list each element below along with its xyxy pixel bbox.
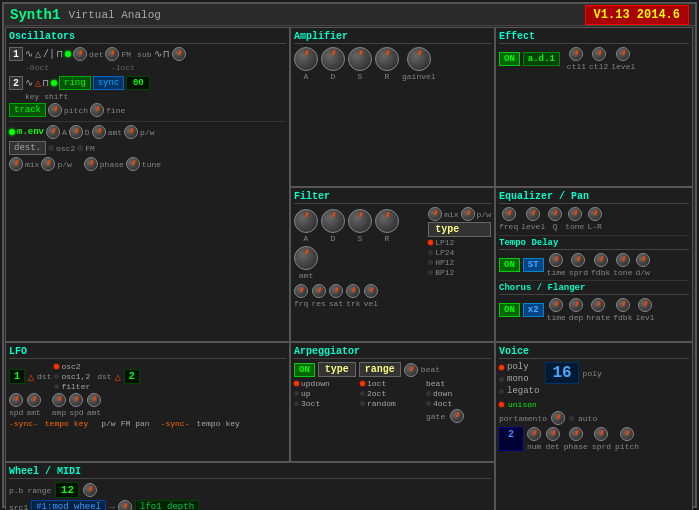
voice-phase-knob[interactable] bbox=[569, 427, 583, 441]
menv-amt-knob[interactable] bbox=[92, 125, 106, 139]
phase-knob[interactable] bbox=[84, 157, 98, 171]
filter-hp12-item[interactable]: HP12 bbox=[428, 258, 491, 267]
arp-random-opt[interactable]: random bbox=[360, 399, 425, 408]
voice-sprd-knob[interactable] bbox=[594, 427, 608, 441]
chorus-on-btn[interactable]: ON bbox=[499, 303, 520, 317]
tempo-sprd-knob[interactable] bbox=[571, 253, 585, 267]
arp-1oct-opt[interactable]: 1oct bbox=[360, 379, 425, 388]
patch-dst1[interactable]: lfo1 depth bbox=[135, 500, 199, 510]
menv-d-knob[interactable] bbox=[69, 125, 83, 139]
menv-pw-knob[interactable] bbox=[124, 125, 138, 139]
filter-mix-knob[interactable] bbox=[428, 207, 442, 221]
osc-track-btn[interactable]: track bbox=[9, 103, 46, 117]
osc2-wave-sine-icon[interactable]: ∿ bbox=[25, 77, 33, 89]
eq-freq-knob[interactable] bbox=[502, 207, 516, 221]
filter-bp12-item[interactable]: BP12 bbox=[428, 268, 491, 277]
amp-d-knob[interactable] bbox=[321, 47, 345, 71]
voice-poly-item[interactable]: poly bbox=[499, 362, 539, 372]
filter-a-knob[interactable] bbox=[294, 209, 318, 233]
osc-fine-knob[interactable] bbox=[90, 103, 104, 117]
filter-type-btn[interactable]: type bbox=[428, 222, 491, 237]
filter-lp12-item[interactable]: LP12 bbox=[428, 238, 491, 247]
osc1-wave-tri-icon[interactable]: △ bbox=[35, 48, 41, 60]
menv-a-knob[interactable] bbox=[46, 125, 60, 139]
eq-lr-knob[interactable] bbox=[588, 207, 602, 221]
arp-on-btn[interactable]: ON bbox=[294, 363, 315, 377]
filter-s-knob[interactable] bbox=[348, 209, 372, 233]
chorus-hrate-knob[interactable] bbox=[591, 298, 605, 312]
filter-frq-knob[interactable] bbox=[294, 284, 308, 298]
tempo-time-knob[interactable] bbox=[549, 253, 563, 267]
tune-knob[interactable] bbox=[126, 157, 140, 171]
osc2-wave-tri-icon[interactable]: △ bbox=[35, 77, 41, 89]
effect-ctl1-knob[interactable] bbox=[569, 47, 583, 61]
arp-4oct-opt[interactable]: 4oct bbox=[426, 399, 491, 408]
arp-updown-opt[interactable]: updown bbox=[294, 379, 359, 388]
filter-res-knob[interactable] bbox=[312, 284, 326, 298]
osc2-sync-btn[interactable]: sync bbox=[93, 76, 125, 90]
voice-det-knob[interactable] bbox=[546, 427, 560, 441]
osc1-det-knob[interactable] bbox=[73, 47, 87, 61]
arp-beat-opt[interactable]: beat bbox=[426, 379, 491, 388]
voice-num-knob[interactable] bbox=[527, 427, 541, 441]
osc1-sub-wave-icon[interactable]: ∿ bbox=[154, 48, 162, 60]
lfo1-dst-osc2[interactable]: osc2 bbox=[54, 362, 90, 371]
lfo1-dst-osc12[interactable]: osc1,2 bbox=[54, 372, 90, 381]
tempo-st-btn[interactable]: ST bbox=[523, 258, 544, 272]
filter-sat-knob[interactable] bbox=[329, 284, 343, 298]
tempo-fdbk-knob[interactable] bbox=[594, 253, 608, 267]
arp-up-opt[interactable]: up bbox=[294, 389, 359, 398]
amp-s-knob[interactable] bbox=[348, 47, 372, 71]
eq-level-knob[interactable] bbox=[526, 207, 540, 221]
tempo-tone-knob[interactable] bbox=[616, 253, 630, 267]
amp-gainvel-knob[interactable] bbox=[407, 47, 431, 71]
filter-d-knob[interactable] bbox=[321, 209, 345, 233]
lfo2-amt-knob[interactable] bbox=[87, 393, 101, 407]
lfo1-spd-knob[interactable] bbox=[9, 393, 23, 407]
voice-pitch-knob[interactable] bbox=[620, 427, 634, 441]
filter-r-knob[interactable] bbox=[375, 209, 399, 233]
tempo-on-btn[interactable]: ON bbox=[499, 258, 520, 272]
filter-trk-knob[interactable] bbox=[346, 284, 360, 298]
lfo1-dst-filter[interactable]: filter bbox=[54, 382, 90, 391]
pw-knob[interactable] bbox=[41, 157, 55, 171]
patch-src1[interactable]: #1:mod wheel bbox=[31, 500, 106, 510]
filter-amt-knob[interactable] bbox=[294, 246, 318, 270]
osc1-wave-saw-icon[interactable]: /| bbox=[43, 49, 55, 60]
arp-gate-knob[interactable] bbox=[450, 409, 464, 423]
osc1-sub-sq-icon[interactable]: ⊓ bbox=[164, 48, 170, 60]
amp-r-knob[interactable] bbox=[375, 47, 399, 71]
lfo2-amp-knob[interactable] bbox=[52, 393, 66, 407]
arp-beat-knob[interactable] bbox=[404, 363, 418, 377]
osc1-fm-knob[interactable] bbox=[105, 47, 119, 61]
osc2-ring-btn[interactable]: ring bbox=[59, 76, 91, 90]
osc1-wave-sq-icon[interactable]: ⊓ bbox=[57, 48, 63, 60]
amp-a-knob[interactable] bbox=[294, 47, 318, 71]
chorus-time-knob[interactable] bbox=[549, 298, 563, 312]
chorus-fdbk-knob[interactable] bbox=[616, 298, 630, 312]
arp-2oct-opt[interactable]: 2oct bbox=[360, 389, 425, 398]
arp-range-btn[interactable]: range bbox=[359, 362, 401, 377]
lfo2-spd-knob[interactable] bbox=[69, 393, 83, 407]
patch-knob1[interactable] bbox=[118, 500, 132, 510]
osc2-wave-sq-icon[interactable]: ⊓ bbox=[43, 77, 49, 89]
chorus-dep-knob[interactable] bbox=[569, 298, 583, 312]
voice-legato-item[interactable]: legato bbox=[499, 386, 539, 396]
osc1-sub-knob[interactable] bbox=[172, 47, 186, 61]
arp-type-btn[interactable]: type bbox=[318, 362, 356, 377]
mix-knob[interactable] bbox=[9, 157, 23, 171]
eq-q-knob[interactable] bbox=[548, 207, 562, 221]
chorus-levl-knob[interactable] bbox=[638, 298, 652, 312]
chorus-x2-btn[interactable]: x2 bbox=[523, 303, 544, 317]
effect-level-knob[interactable] bbox=[616, 47, 630, 61]
voice-portamento-knob[interactable] bbox=[551, 411, 565, 425]
effect-ad1-btn[interactable]: a.d.1 bbox=[523, 52, 560, 66]
dest-btn[interactable]: dest. bbox=[9, 141, 46, 155]
filter-pw-knob[interactable] bbox=[461, 207, 475, 221]
osc-pitch-knob[interactable] bbox=[48, 103, 62, 117]
effect-on-btn[interactable]: ON bbox=[499, 52, 520, 66]
voice-mono-item[interactable]: mono bbox=[499, 374, 539, 384]
lfo1-amt-knob[interactable] bbox=[27, 393, 41, 407]
lfo1-wave-tri-icon[interactable]: △ bbox=[28, 371, 34, 383]
arp-3oct-opt[interactable]: 3oct bbox=[294, 399, 359, 408]
